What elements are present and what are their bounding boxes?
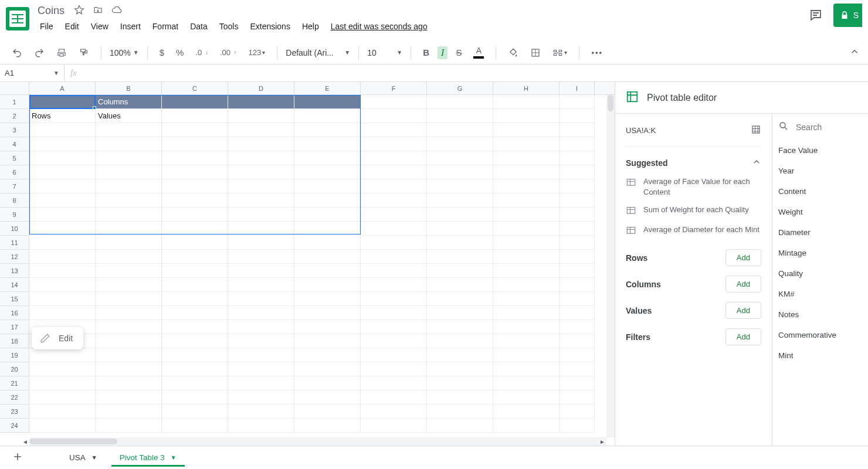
cell[interactable] bbox=[294, 348, 361, 362]
cell[interactable] bbox=[29, 151, 96, 165]
cell[interactable] bbox=[162, 390, 228, 405]
cell[interactable] bbox=[29, 362, 96, 376]
pivot-field[interactable]: Quality bbox=[772, 263, 868, 284]
cell[interactable] bbox=[294, 151, 361, 165]
cell[interactable] bbox=[294, 278, 361, 292]
cell[interactable] bbox=[427, 222, 493, 236]
col-header[interactable]: G bbox=[427, 82, 493, 94]
cell[interactable] bbox=[427, 306, 493, 320]
pivot-field[interactable]: Notes bbox=[772, 304, 868, 325]
cell[interactable] bbox=[427, 376, 493, 390]
cell[interactable] bbox=[228, 208, 294, 222]
text-color-button[interactable]: A bbox=[470, 44, 487, 61]
cell[interactable] bbox=[29, 278, 96, 292]
select-all-corner[interactable] bbox=[0, 82, 29, 94]
cell[interactable] bbox=[228, 306, 294, 320]
cell[interactable] bbox=[294, 109, 361, 123]
pivot-field[interactable]: Commemorative bbox=[772, 325, 868, 345]
move-to-folder-icon[interactable] bbox=[93, 5, 103, 17]
cell[interactable] bbox=[493, 405, 560, 419]
cell[interactable] bbox=[294, 405, 361, 419]
menu-insert[interactable]: Insert bbox=[116, 19, 145, 33]
cell[interactable] bbox=[228, 236, 294, 250]
pivot-range-input[interactable]: USA!A:K bbox=[626, 126, 656, 135]
cell[interactable] bbox=[493, 123, 560, 137]
cell[interactable] bbox=[427, 165, 493, 179]
cell[interactable] bbox=[427, 208, 493, 222]
cell[interactable] bbox=[162, 250, 228, 264]
cell[interactable] bbox=[96, 123, 162, 137]
cell[interactable] bbox=[29, 264, 96, 278]
cell[interactable] bbox=[228, 348, 294, 362]
format-percent-icon[interactable]: % bbox=[172, 45, 187, 60]
row-header[interactable]: 22 bbox=[0, 390, 29, 405]
cell[interactable] bbox=[493, 165, 560, 179]
redo-icon[interactable] bbox=[30, 45, 48, 60]
row-header[interactable]: 14 bbox=[0, 278, 29, 292]
cell[interactable] bbox=[361, 348, 427, 362]
cell[interactable] bbox=[361, 151, 427, 165]
cell[interactable] bbox=[96, 376, 162, 390]
cell[interactable] bbox=[493, 109, 560, 123]
italic-button[interactable]: I bbox=[438, 46, 447, 59]
cell[interactable] bbox=[96, 208, 162, 222]
cell[interactable] bbox=[228, 222, 294, 236]
cell[interactable] bbox=[162, 264, 228, 278]
cell[interactable] bbox=[162, 292, 228, 306]
cell[interactable] bbox=[29, 292, 96, 306]
cell[interactable] bbox=[228, 95, 294, 109]
field-search-input[interactable] bbox=[795, 122, 862, 132]
cell[interactable] bbox=[294, 222, 361, 236]
cell[interactable] bbox=[29, 208, 96, 222]
cell[interactable] bbox=[560, 419, 595, 433]
row-header[interactable]: 3 bbox=[0, 123, 29, 137]
sheets-logo-icon[interactable] bbox=[6, 7, 29, 30]
sheet-tab-pivot-table-3[interactable]: Pivot Table 3▼ bbox=[111, 448, 185, 467]
cell[interactable] bbox=[427, 123, 493, 137]
cell[interactable] bbox=[493, 264, 560, 278]
row-header[interactable]: 7 bbox=[0, 179, 29, 193]
suggestion-item[interactable]: Average of Diameter for each Mint bbox=[626, 221, 761, 241]
cell[interactable] bbox=[29, 95, 96, 109]
cell[interactable] bbox=[560, 334, 595, 348]
cell[interactable] bbox=[560, 390, 595, 405]
cell[interactable] bbox=[427, 348, 493, 362]
cell[interactable] bbox=[96, 405, 162, 419]
cell[interactable] bbox=[228, 292, 294, 306]
cell[interactable] bbox=[361, 109, 427, 123]
menu-edit[interactable]: Edit bbox=[60, 19, 84, 33]
cell[interactable] bbox=[29, 179, 96, 193]
cell[interactable] bbox=[29, 390, 96, 405]
cell[interactable] bbox=[560, 376, 595, 390]
cell[interactable] bbox=[294, 236, 361, 250]
cell[interactable] bbox=[162, 376, 228, 390]
cell[interactable] bbox=[560, 320, 595, 334]
cell[interactable] bbox=[162, 95, 228, 109]
cell[interactable] bbox=[493, 376, 560, 390]
scroll-right-icon[interactable]: ► bbox=[598, 437, 606, 446]
increase-decimal-icon[interactable]: .00 ↑ bbox=[216, 46, 240, 59]
cell[interactable] bbox=[361, 390, 427, 405]
cell[interactable] bbox=[96, 165, 162, 179]
cell[interactable] bbox=[29, 222, 96, 236]
col-header[interactable]: I bbox=[560, 82, 595, 94]
menu-view[interactable]: View bbox=[86, 19, 113, 33]
cell[interactable] bbox=[29, 137, 96, 151]
cell[interactable] bbox=[162, 179, 228, 193]
cell[interactable] bbox=[29, 419, 96, 433]
row-header[interactable]: 19 bbox=[0, 348, 29, 362]
cell[interactable] bbox=[228, 376, 294, 390]
col-header[interactable]: D bbox=[228, 82, 294, 94]
horizontal-scrollbar[interactable]: ◄ ► bbox=[29, 437, 606, 446]
cell[interactable] bbox=[29, 193, 96, 208]
row-header[interactable]: 8 bbox=[0, 193, 29, 208]
cell[interactable] bbox=[96, 193, 162, 208]
cell[interactable] bbox=[493, 390, 560, 405]
cell[interactable] bbox=[162, 348, 228, 362]
add-filters-button[interactable]: Add bbox=[725, 328, 761, 345]
strikethrough-button[interactable]: S bbox=[452, 45, 465, 60]
cell[interactable] bbox=[361, 165, 427, 179]
collapse-toolbar-icon[interactable] bbox=[849, 46, 860, 59]
cell[interactable] bbox=[361, 405, 427, 419]
collapse-suggested-icon[interactable] bbox=[752, 157, 761, 168]
